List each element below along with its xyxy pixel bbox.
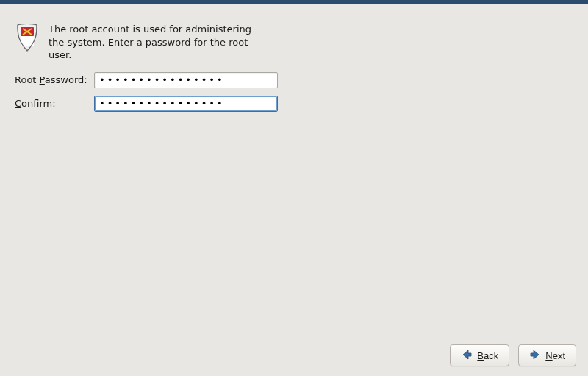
confirm-password-label: Confirm: bbox=[15, 98, 94, 109]
label-ul: B bbox=[477, 350, 484, 361]
back-button[interactable]: Back bbox=[450, 344, 509, 366]
label-rest: ack bbox=[484, 350, 498, 361]
shield-icon bbox=[15, 23, 40, 54]
label-rest: ext bbox=[553, 350, 565, 361]
installer-root-password-page: The root account is used for administeri… bbox=[0, 4, 588, 376]
back-button-label: Back bbox=[477, 350, 498, 361]
confirm-password-row: Confirm: bbox=[15, 96, 573, 112]
label-pre: Root bbox=[15, 74, 40, 85]
intro-row: The root account is used for administeri… bbox=[15, 23, 573, 62]
intro-text: The root account is used for administeri… bbox=[49, 23, 262, 62]
arrow-right-icon bbox=[529, 349, 541, 363]
root-password-input[interactable] bbox=[94, 72, 278, 88]
label-ul: C bbox=[15, 98, 21, 109]
nav-button-bar: Back Next bbox=[450, 344, 576, 366]
label-post: onfirm: bbox=[21, 98, 56, 109]
confirm-password-input[interactable] bbox=[94, 96, 278, 112]
next-button[interactable]: Next bbox=[518, 344, 576, 366]
root-password-row: Root Password: bbox=[15, 72, 573, 88]
label-ul: P bbox=[40, 74, 45, 85]
root-password-label: Root Password: bbox=[15, 74, 94, 85]
arrow-left-icon bbox=[461, 349, 473, 363]
label-post: assword: bbox=[45, 74, 87, 85]
label-ul: N bbox=[545, 350, 552, 361]
next-button-label: Next bbox=[545, 350, 565, 361]
